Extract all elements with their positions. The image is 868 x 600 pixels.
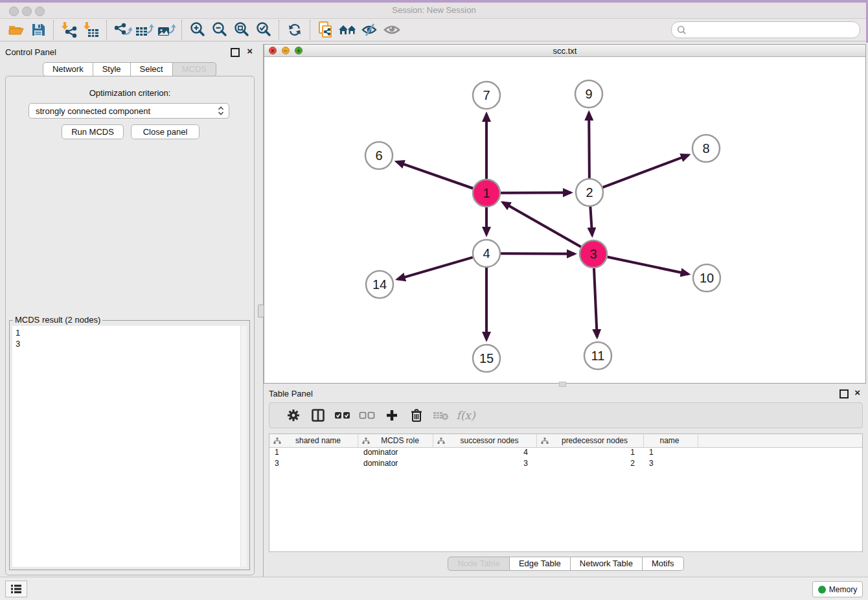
search-field[interactable] [671, 21, 860, 38]
run-mcds-button[interactable]: Run MCDS [62, 124, 124, 139]
task-history-button[interactable] [5, 581, 27, 597]
export-network-button[interactable] [111, 20, 133, 40]
clone-network-button[interactable] [315, 20, 337, 40]
control-panel-title: Control Panel [5, 47, 56, 57]
tab-network[interactable]: Network [43, 62, 93, 76]
graph-node-8[interactable]: 8 [692, 135, 720, 162]
table-panel: Table Panel × [264, 386, 868, 577]
result-scrollbar[interactable] [240, 326, 247, 567]
graph-edge-2-8[interactable] [603, 155, 689, 187]
import-table-icon [82, 21, 100, 38]
graph-node-10[interactable]: 10 [693, 264, 720, 292]
column-header-successor-nodes[interactable]: successor nodes [433, 434, 537, 447]
show-all-button[interactable] [381, 20, 403, 40]
close-panel-icon[interactable]: × [854, 387, 860, 398]
table-panel-tabs: Node TableEdge TableNetwork TableMotifs [264, 557, 868, 571]
plus-icon [385, 409, 398, 422]
graph-node-6[interactable]: 6 [365, 142, 393, 169]
column-header-name[interactable]: name [644, 434, 698, 447]
deselect-all-rows-button[interactable] [355, 406, 380, 425]
table-cell[interactable]: 1 [269, 448, 358, 459]
graph-edge-3-11[interactable] [594, 268, 597, 337]
tab-select[interactable]: Select [131, 62, 173, 76]
column-header-MCDS-role[interactable]: MCDS role [358, 434, 433, 447]
export-image-button[interactable] [155, 20, 177, 40]
mcds-result-title: MCDS result (2 nodes) [13, 315, 102, 325]
split-columns-button[interactable] [306, 406, 330, 425]
graph-node-7[interactable]: 7 [473, 82, 500, 109]
table-cell[interactable]: 3 [433, 459, 537, 470]
tab-edge-table[interactable]: Edge Table [510, 557, 571, 571]
graph-edge-4-3[interactable] [501, 253, 575, 254]
zoom-in-icon [189, 21, 206, 38]
hide-selected-button[interactable] [359, 20, 381, 40]
delete-columns-button[interactable] [404, 406, 429, 425]
memory-button[interactable]: Memory [812, 581, 863, 597]
graph-node-14[interactable]: 14 [366, 271, 393, 298]
table-cell[interactable]: 2 [537, 459, 644, 470]
graph-node-11[interactable]: 11 [584, 342, 611, 369]
column-label: successor nodes [445, 436, 536, 445]
refresh-view-button[interactable] [284, 20, 306, 40]
table-row[interactable]: 3dominator323 [269, 459, 862, 470]
function-builder-button[interactable]: f(x) [453, 406, 478, 425]
tab-mcds[interactable]: MCDS [173, 62, 216, 76]
table-cell[interactable]: 3 [269, 459, 358, 470]
node-label: 9 [585, 87, 592, 101]
graph-edge-3-1[interactable] [503, 202, 581, 247]
graph-node-9[interactable]: 9 [575, 80, 602, 108]
node-label: 6 [375, 148, 382, 163]
graph-node-2[interactable]: 2 [576, 179, 603, 206]
graph-edge-1-6[interactable] [396, 162, 473, 189]
tab-style[interactable]: Style [93, 62, 131, 76]
graph-edge-4-14[interactable] [398, 257, 473, 279]
graph-node-1[interactable]: 1 [473, 179, 500, 207]
graph-edge-2-9[interactable] [589, 113, 589, 178]
zoom-in-button[interactable] [187, 20, 209, 40]
hierarchy-icon [362, 437, 370, 444]
graph-edge-3-10[interactable] [608, 257, 689, 274]
table-cell[interactable]: dominator [358, 459, 433, 470]
optimization-criterion-dropdown[interactable]: strongly connected component [29, 103, 229, 119]
tab-network-table[interactable]: Network Table [571, 557, 643, 571]
zoom-selected-button[interactable] [253, 20, 275, 40]
float-panel-icon[interactable] [231, 48, 240, 57]
houses-icon [337, 22, 358, 38]
float-panel-icon[interactable] [839, 389, 849, 398]
graph-node-15[interactable]: 15 [473, 345, 500, 372]
column-header-shared-name[interactable]: shared name [269, 434, 358, 447]
import-table-button[interactable] [80, 20, 102, 40]
table-cell[interactable]: 1 [644, 448, 698, 459]
tab-node-table[interactable]: Node Table [448, 557, 510, 571]
graph-node-3[interactable]: 3 [580, 240, 607, 268]
search-input[interactable] [687, 23, 854, 36]
table-cell[interactable]: 1 [537, 448, 644, 459]
graph-edge-2-3[interactable] [590, 207, 592, 235]
graph-node-4[interactable]: 4 [473, 240, 500, 267]
save-session-button[interactable] [27, 20, 49, 40]
import-network-button[interactable] [58, 20, 80, 40]
zoom-fit-button[interactable] [231, 20, 253, 40]
network-graph-canvas[interactable]: 1234678910111415 [264, 57, 865, 383]
select-all-rows-button[interactable] [330, 406, 355, 425]
close-panel-button[interactable]: Close panel [131, 124, 200, 139]
node-label: 1 [483, 186, 490, 200]
open-session-button[interactable] [5, 20, 27, 40]
table-cell[interactable]: dominator [358, 448, 433, 459]
export-table-button[interactable] [133, 20, 155, 40]
memory-label: Memory [829, 585, 857, 594]
table-cell[interactable]: 4 [433, 448, 537, 459]
network-window-titlebar[interactable]: × − + scc.txt [264, 45, 865, 57]
add-column-button[interactable] [380, 406, 404, 425]
tab-motifs[interactable]: Motifs [643, 557, 684, 571]
delete-table-button[interactable] [429, 406, 453, 425]
close-panel-icon[interactable]: × [247, 45, 253, 57]
table-row[interactable]: 1dominator411 [269, 448, 862, 459]
column-header-predecessor-nodes[interactable]: predecessor nodes [537, 434, 644, 447]
zoom-out-button[interactable] [209, 20, 231, 40]
table-settings-button[interactable] [281, 406, 306, 425]
mcds-result-area[interactable]: 1 3 [12, 326, 247, 567]
first-neighbors-button[interactable] [337, 20, 359, 40]
table-cell[interactable]: 3 [644, 459, 698, 470]
graph-edge-1-2[interactable] [501, 192, 571, 193]
